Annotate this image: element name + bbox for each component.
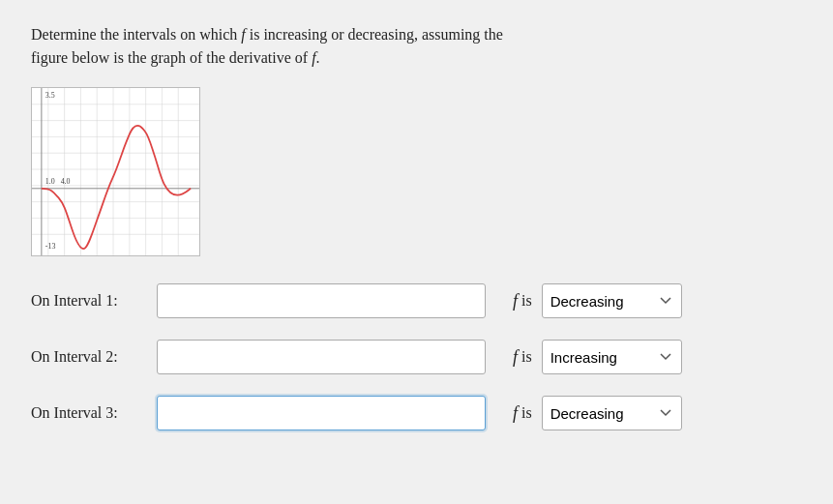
interval-label-3: On Interval 3:	[31, 404, 147, 422]
derivative-graph: 3.5 1.0 4.0 -13	[32, 88, 199, 255]
f-is-label-3: f is	[513, 403, 532, 424]
interval-label-2: On Interval 2:	[31, 348, 147, 366]
graph-container: 3.5 1.0 4.0 -13	[31, 87, 200, 256]
svg-text:-13: -13	[45, 242, 56, 251]
interval-label-1: On Interval 1:	[31, 292, 147, 310]
is-text-3: is	[521, 404, 532, 422]
dropdown-3[interactable]: Increasing Decreasing	[542, 396, 682, 430]
question-text: Determine the intervals on which f is in…	[31, 23, 802, 70]
interval-input-1[interactable]	[157, 283, 486, 318]
svg-text:4.0: 4.0	[61, 177, 71, 186]
f-italic-3: f	[513, 403, 518, 424]
question-line2: figure below is the graph of the derivat…	[31, 49, 320, 66]
f-italic-2: f	[513, 347, 518, 368]
f-is-label-2: f is	[513, 347, 532, 368]
intervals-section: On Interval 1: f is Increasing Decreasin…	[31, 283, 802, 430]
interval-input-3[interactable]	[157, 396, 486, 430]
dropdown-1[interactable]: Increasing Decreasing	[542, 283, 682, 318]
question-line1: Determine the intervals on which f is in…	[31, 26, 503, 43]
interval-row-2: On Interval 2: f is Increasing Decreasin…	[31, 340, 802, 374]
interval-row-3: On Interval 3: f is Increasing Decreasin…	[31, 396, 802, 430]
svg-text:1.0: 1.0	[45, 177, 55, 186]
f-italic-1: f	[513, 291, 518, 311]
interval-input-2[interactable]	[157, 340, 486, 374]
f-is-label-1: f is	[513, 291, 532, 311]
interval-row-1: On Interval 1: f is Increasing Decreasin…	[31, 283, 802, 318]
is-text-2: is	[521, 348, 532, 366]
svg-text:3.5: 3.5	[45, 91, 55, 100]
is-text-1: is	[521, 292, 532, 310]
dropdown-2[interactable]: Increasing Decreasing	[542, 340, 682, 374]
